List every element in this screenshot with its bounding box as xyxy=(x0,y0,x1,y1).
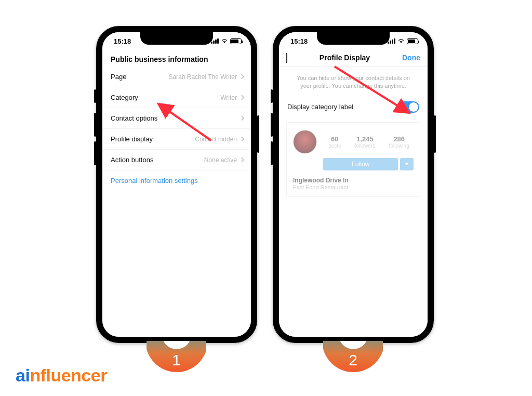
avatar xyxy=(293,130,317,154)
row-value: Sarah Rachel The Writer xyxy=(168,73,237,81)
stat-following: 286 following xyxy=(389,135,409,149)
toggle-label: Display category label xyxy=(287,103,353,111)
row-value: Writer xyxy=(220,94,237,101)
logo-a: a xyxy=(16,365,25,385)
logo-i: i xyxy=(25,365,30,386)
phone-side-button xyxy=(434,115,436,153)
stat-number: 1,245 xyxy=(355,135,375,143)
status-time: 15:18 xyxy=(290,37,308,45)
chevron-right-icon xyxy=(240,137,245,142)
stat-posts: 60 posts xyxy=(328,135,341,149)
personal-info-settings-link[interactable]: Personal information settings xyxy=(102,170,251,191)
stat-label: following xyxy=(389,143,409,149)
step-number: 1 xyxy=(147,351,206,369)
row-label: Category xyxy=(111,94,138,101)
row-label: Action buttons xyxy=(111,156,153,164)
logo-rest: nfluencer xyxy=(30,365,107,385)
chevron-right-icon xyxy=(240,116,245,121)
row-page[interactable]: Page Sarah Rachel The Writer xyxy=(102,67,251,87)
chevron-right-icon xyxy=(240,74,245,80)
nav-title: Profile Display xyxy=(320,54,370,62)
row-category[interactable]: Category Writer xyxy=(102,87,251,108)
row-profile-display[interactable]: Profile display Contact hidden xyxy=(102,129,251,150)
tutorial-stage: 15:18 Public business information Page S… xyxy=(0,0,532,396)
row-contact-options[interactable]: Contact options xyxy=(102,108,251,129)
phone-side-button xyxy=(94,113,96,137)
status-time: 15:18 xyxy=(114,37,131,45)
stat-number: 60 xyxy=(328,135,341,143)
phone-side-button xyxy=(271,113,273,137)
section-title: Public business information xyxy=(102,50,251,67)
battery-icon xyxy=(407,38,418,44)
wifi-icon xyxy=(397,38,405,44)
phone-notch xyxy=(140,32,213,45)
ainfluencer-logo: ainfluencer xyxy=(16,365,107,386)
phone-notch xyxy=(317,32,390,45)
row-label: Contact options xyxy=(111,114,157,122)
stat-followers: 1,245 followers xyxy=(355,135,375,149)
row-label: Page xyxy=(111,73,126,81)
step-badge-1: 1 xyxy=(147,341,206,372)
chevron-left-icon xyxy=(286,53,287,63)
caret-down-icon xyxy=(405,163,409,165)
phone-side-button xyxy=(271,141,273,165)
done-button[interactable]: Done xyxy=(402,54,420,62)
stat-number: 286 xyxy=(389,135,409,143)
profile-preview-card: 60 posts 1,245 followers 286 following xyxy=(286,122,420,197)
business-category: Fast Food Restaurant xyxy=(293,184,414,190)
stat-label: posts xyxy=(328,143,341,149)
step-badge-2: 2 xyxy=(323,341,383,372)
navbar: Profile Display Done xyxy=(279,50,428,67)
wifi-icon xyxy=(221,38,228,44)
battery-icon xyxy=(230,38,242,44)
display-category-toggle[interactable] xyxy=(398,101,419,113)
follow-dropdown-button[interactable] xyxy=(400,158,414,170)
stat-label: followers xyxy=(355,143,375,149)
phone-screen-1: 15:18 Public business information Page S… xyxy=(102,32,251,337)
row-value: None active xyxy=(204,156,237,164)
phone-screen-2: 15:18 Profile Display Done You can hide … xyxy=(279,32,428,337)
chevron-right-icon xyxy=(240,95,245,100)
phone-mock-2: 15:18 Profile Display Done You can hide … xyxy=(273,26,434,343)
follow-bar: Follow xyxy=(323,158,414,170)
hint-text: You can hide or show your contact detail… xyxy=(279,67,428,98)
toggle-knob xyxy=(409,102,418,112)
step-number: 2 xyxy=(323,351,383,369)
phone-side-button xyxy=(94,89,96,103)
phone-mock-1: 15:18 Public business information Page S… xyxy=(96,26,257,343)
row-action-buttons[interactable]: Action buttons None active xyxy=(102,150,251,170)
phone-side-button xyxy=(94,141,96,165)
profile-stats: 60 posts 1,245 followers 286 following xyxy=(324,135,414,149)
toggle-row-display-category: Display category label xyxy=(279,98,428,122)
status-indicators xyxy=(388,38,418,44)
follow-button[interactable]: Follow xyxy=(323,158,398,170)
business-name: Inglewood Drive In xyxy=(293,177,414,184)
phone-side-button xyxy=(257,115,259,153)
back-button[interactable] xyxy=(286,53,287,62)
chevron-right-icon xyxy=(240,157,245,163)
row-value: Contact hidden xyxy=(195,136,237,143)
phone-side-button xyxy=(271,89,273,103)
row-label: Profile display xyxy=(111,135,153,143)
status-indicators xyxy=(211,38,242,44)
